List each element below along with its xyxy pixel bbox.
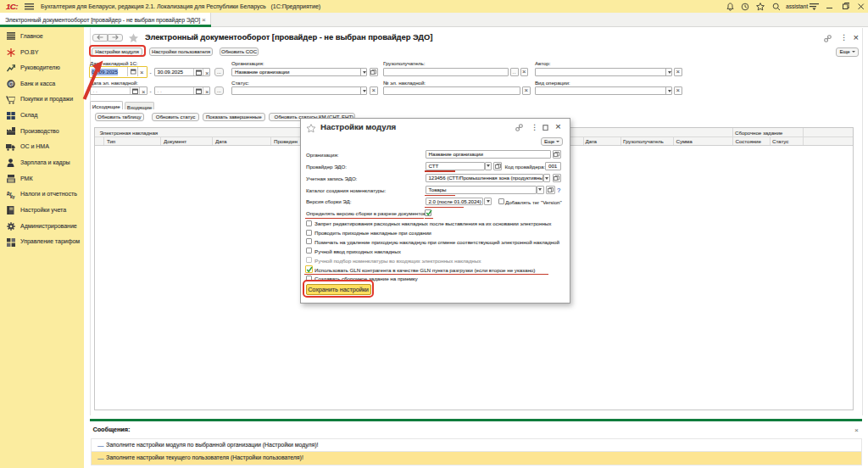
svg-text:Ку: Ку <box>10 195 15 199</box>
svg-text:@: @ <box>8 81 14 86</box>
